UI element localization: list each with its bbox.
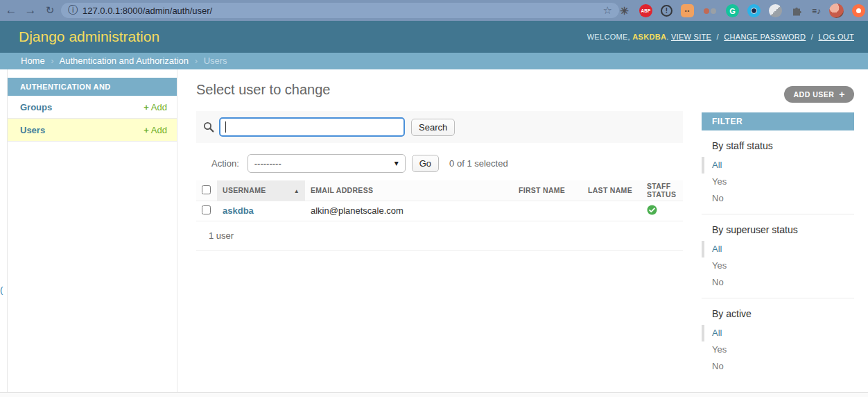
toggle-extension-icon[interactable] <box>702 4 718 17</box>
filter-title: FILTER <box>702 112 854 130</box>
add-group-label: Add <box>151 102 167 112</box>
breadcrumb-current: Users <box>204 56 227 66</box>
selection-status: 0 of 1 selected <box>449 158 508 169</box>
search-bar: Search <box>196 111 683 143</box>
select-all-checkbox[interactable] <box>202 185 211 194</box>
table-row: askdba alkin@planetscale.com <box>196 201 683 221</box>
welcome-text: WELCOME, <box>587 33 630 41</box>
breadcrumb-separator: › <box>51 56 53 66</box>
sidebar-app-title: AUTHENTICATION AND AUTHORIZATION <box>8 78 177 96</box>
users-table: USERNAME▲ EMAIL ADDRESS FIRST NAME LAST … <box>196 180 683 221</box>
filter-group-title: By staff status <box>702 140 854 151</box>
yes-icon <box>647 205 657 217</box>
filter-group-staff-status: By staff status All Yes No <box>702 130 854 214</box>
search-button[interactable]: Search <box>411 119 455 136</box>
select-all-header[interactable] <box>196 180 217 201</box>
footer-strip <box>0 392 868 397</box>
eye-extension-icon[interactable] <box>747 4 761 17</box>
page-title: Select user to change <box>196 82 683 98</box>
address-bar[interactable]: ⓘ 127.0.0.1:8000/admin/auth/user/ ☆ <box>61 3 619 18</box>
go-button[interactable]: Go <box>412 155 439 172</box>
last-name-cell <box>582 201 641 221</box>
add-user-button[interactable]: ADD USER + <box>784 86 854 103</box>
column-header-username[interactable]: USERNAME▲ <box>217 180 305 201</box>
view-site-link[interactable]: VIEW SITE <box>671 33 711 41</box>
column-header-first-name[interactable]: FIRST NAME <box>513 180 582 201</box>
sidebar-item-users[interactable]: Users +Add <box>8 119 177 142</box>
column-header-email[interactable]: EMAIL ADDRESS <box>305 180 513 201</box>
chevron-down-icon: ▾ <box>394 158 399 168</box>
breadcrumb: Home › Authentication and Authorization … <box>0 53 868 69</box>
filter-option-yes[interactable]: Yes <box>702 341 854 358</box>
action-label: Action: <box>211 158 239 169</box>
site-title[interactable]: Django administration <box>19 28 159 45</box>
filter-option-all[interactable]: All <box>702 241 854 257</box>
tools-separator: / <box>811 33 813 41</box>
browser-toolbar: ← → ↻ ⓘ 127.0.0.1:8000/admin/auth/user/ … <box>0 0 868 21</box>
change-password-link[interactable]: CHANGE PASSWORD <box>724 33 806 41</box>
filter-option-no[interactable]: No <box>702 190 854 207</box>
action-selected-option: --------- <box>254 158 281 169</box>
bookmark-star-icon[interactable]: ☆ <box>603 4 612 17</box>
search-input[interactable] <box>219 117 405 137</box>
groups-link[interactable]: Groups <box>20 102 52 112</box>
alert-extension-icon[interactable]: ! <box>661 5 672 17</box>
plus-icon: + <box>839 90 845 99</box>
users-link[interactable]: Users <box>20 125 45 135</box>
extensions-puzzle-icon[interactable] <box>790 4 804 17</box>
staff-status-cell <box>641 201 683 221</box>
filter-option-all[interactable]: All <box>702 325 854 341</box>
user-tools: WELCOME, ASKDBA. VIEW SITE / CHANGE PASS… <box>587 33 854 41</box>
username-cell: askdba <box>217 201 305 221</box>
profile-avatar[interactable] <box>829 3 844 18</box>
add-user-sidebar-button[interactable]: +Add <box>144 125 167 135</box>
main-content: Select user to change Search Action: ---… <box>196 69 683 98</box>
actions-row: Action: --------- ▾ Go 0 of 1 selected <box>196 153 683 174</box>
filter-group-active: By active All Yes No <box>702 298 854 382</box>
sidebar: AUTHENTICATION AND AUTHORIZATION Groups … <box>7 69 177 392</box>
email-cell: alkin@planetscale.com <box>305 201 513 221</box>
breadcrumb-auth[interactable]: Authentication and Authorization <box>60 56 189 66</box>
admin-header: Django administration WELCOME, ASKDBA. V… <box>0 21 868 53</box>
stray-glyph: ( <box>0 285 3 295</box>
row-checkbox[interactable] <box>202 205 211 214</box>
breadcrumb-home[interactable]: Home <box>21 56 45 66</box>
column-header-staff-status[interactable]: STAFF STATUS <box>641 180 683 201</box>
add-group-button[interactable]: +Add <box>144 102 167 112</box>
gear-extension-icon[interactable]: ✳ <box>618 4 631 17</box>
back-icon[interactable]: ← <box>3 2 19 19</box>
grammarly-extension-icon[interactable]: G <box>726 4 739 17</box>
search-icon <box>203 121 214 133</box>
url-text[interactable]: 127.0.0.1:8000/admin/auth/user/ <box>83 6 599 16</box>
face-extension-icon[interactable]: •• <box>681 4 694 17</box>
filter-group-title: By superuser status <box>702 224 854 235</box>
playlist-extension-icon[interactable]: ≡♪ <box>812 4 821 17</box>
log-out-link[interactable]: LOG OUT <box>818 33 854 41</box>
first-name-cell <box>513 201 582 221</box>
table-header-row: USERNAME▲ EMAIL ADDRESS FIRST NAME LAST … <box>196 180 683 201</box>
breadcrumb-separator: › <box>195 56 198 66</box>
adblock-extension-icon[interactable]: ABP <box>639 4 652 17</box>
forward-icon[interactable]: → <box>22 2 39 19</box>
action-select[interactable]: --------- ▾ <box>248 154 406 173</box>
row-select-cell <box>196 201 217 221</box>
current-username: ASKDBA <box>632 33 666 41</box>
username-link[interactable]: askdba <box>223 205 254 216</box>
filter-panel: FILTER By staff status All Yes No By sup… <box>702 112 854 382</box>
add-user-button-label: ADD USER <box>793 90 834 99</box>
result-count: 1 user <box>196 221 683 251</box>
filter-option-all[interactable]: All <box>702 157 854 174</box>
filter-option-no[interactable]: No <box>702 358 854 375</box>
filter-option-no[interactable]: No <box>702 274 854 291</box>
sort-ascending-icon[interactable]: ▲ <box>294 188 300 194</box>
filter-option-yes[interactable]: Yes <box>702 257 854 274</box>
tools-separator: / <box>717 33 719 41</box>
add-user-label: Add <box>151 125 167 135</box>
filter-option-yes[interactable]: Yes <box>702 174 854 190</box>
reload-icon[interactable]: ↻ <box>42 2 58 19</box>
update-extension-icon[interactable] <box>852 4 865 17</box>
column-header-last-name[interactable]: LAST NAME <box>582 180 641 201</box>
orb-extension-icon[interactable] <box>769 4 782 17</box>
site-info-icon[interactable]: ⓘ <box>68 4 78 17</box>
filter-group-title: By active <box>702 308 854 319</box>
